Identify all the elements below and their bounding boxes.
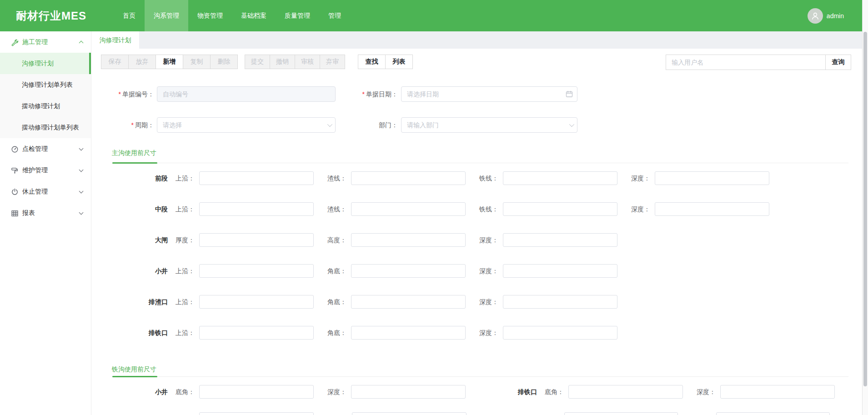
vertical-scrollbar[interactable]: [862, 0, 868, 415]
dim-input[interactable]: [503, 295, 617, 309]
scrollbar-thumb[interactable]: [863, 32, 867, 386]
dim-field-label: 深度：: [623, 171, 655, 185]
group-label: 排铁口: [482, 385, 537, 399]
dim-input[interactable]: [351, 171, 466, 185]
dim-field: 底角：: [537, 385, 683, 399]
dim-input[interactable]: [199, 171, 314, 185]
form-top-row-2: *周期：部门：: [111, 117, 862, 133]
sidebar-group-label: 施工管理: [22, 38, 80, 46]
sidebar-item-0-1[interactable]: 沟修理计划单列表: [0, 74, 91, 95]
dim-input[interactable]: [351, 385, 466, 399]
field-label: 部门：: [336, 117, 401, 133]
group-label: 中段: [113, 202, 168, 216]
user-menu[interactable]: admin: [808, 0, 844, 31]
sidebar-group-label: 休止管理: [22, 188, 80, 196]
dim-input[interactable]: [716, 412, 830, 415]
user-icon: [811, 11, 820, 20]
dim-field-label: 深度：: [472, 326, 503, 340]
field-label: *周期：: [111, 117, 157, 133]
nav-item-4[interactable]: 质量管理: [276, 0, 319, 31]
dim-field-label: 深度：: [472, 295, 503, 309]
dim-input[interactable]: [199, 264, 314, 278]
toolbar-group-2: 提交撤销审核弃审: [245, 55, 345, 70]
pair-row: 小井底角：深度：排铁口底角：深度：: [113, 385, 862, 399]
section-title: 主沟使用前尺寸: [112, 148, 156, 157]
submit-button: 提交: [245, 55, 270, 69]
sidebar-item-0-0[interactable]: 沟修理计划: [0, 53, 91, 74]
dim-input[interactable]: [199, 295, 314, 309]
dim-input[interactable]: [720, 385, 835, 399]
dim-input[interactable]: [199, 202, 314, 216]
chevron-down-icon: [327, 123, 331, 127]
sidebar-item-0-3[interactable]: 摆动修理计划单列表: [0, 117, 91, 138]
field-text: [157, 86, 336, 102]
dim-input[interactable]: [564, 412, 678, 415]
avatar[interactable]: [808, 8, 823, 24]
required-asterisk: *: [119, 90, 121, 98]
revoke-button: 撤销: [270, 55, 295, 69]
save-button: 保存: [101, 55, 129, 69]
dim-input[interactable]: [503, 233, 617, 247]
chevron-down-icon: [79, 210, 84, 215]
dim-input[interactable]: [199, 412, 314, 415]
dim-input[interactable]: [503, 171, 617, 185]
sidebar-group-2[interactable]: 维护管理: [0, 160, 91, 181]
dim-input[interactable]: [199, 233, 314, 247]
toolbar-search: 查询: [666, 55, 851, 70]
nav-item-1[interactable]: 沟系管理: [145, 0, 188, 31]
gauge-icon: [11, 145, 18, 153]
group-label: 大闸: [113, 233, 168, 247]
dim-input[interactable]: [655, 171, 769, 185]
toolbar-group-3: 查找列表: [358, 55, 413, 70]
form-area: *单据编号：*单据日期：*周期：部门：主沟使用前尺寸前段上沿：渣线：铁线：深度：…: [91, 86, 862, 415]
group-label: 排铁口: [113, 326, 168, 340]
dim-row-排铁口: 排铁口上沿：角底：深度：: [113, 326, 862, 340]
dim-input[interactable]: [351, 295, 466, 309]
dim-input[interactable]: [503, 264, 617, 278]
nav-item-5[interactable]: 管理: [319, 0, 350, 31]
dim-row-中段: 中段上沿：渣线：铁线：深度：: [113, 202, 862, 216]
dim-input[interactable]: [568, 385, 683, 399]
dim-field: 上沿：: [168, 264, 314, 278]
dim-input[interactable]: [351, 202, 466, 216]
toolbar-group-1: 保存放弃新增复制删除: [101, 55, 238, 70]
sidebar-group-1[interactable]: 点检管理: [0, 138, 91, 160]
dim-field-label: 渣线：: [320, 171, 351, 185]
sidebar-group-0[interactable]: 施工管理: [0, 31, 91, 53]
dim-field-label: 角底：: [320, 264, 351, 278]
tab-gou-repair-plan[interactable]: 沟修理计划: [91, 31, 139, 49]
nav-item-3[interactable]: 基础档案: [232, 0, 276, 31]
dim-input[interactable]: [503, 202, 617, 216]
dim-input[interactable]: [199, 326, 314, 340]
dim-input[interactable]: [503, 326, 617, 340]
unaudit-button: 弃审: [320, 55, 345, 69]
query-button[interactable]: 查询: [825, 55, 851, 70]
chevron-down-icon: [79, 167, 84, 172]
sidebar-group-4[interactable]: 报表: [0, 202, 91, 224]
field-date: [401, 86, 577, 102]
discard-button: 放弃: [128, 55, 156, 69]
date-input[interactable]: [401, 86, 577, 102]
list-button[interactable]: 列表: [385, 55, 413, 69]
dim-input[interactable]: [352, 412, 467, 415]
delete-button: 删除: [210, 55, 238, 69]
dim-field: 深度：: [472, 264, 617, 278]
sidebar-group-3[interactable]: 休止管理: [0, 181, 91, 202]
search-input[interactable]: [666, 55, 825, 70]
sidebar-item-0-2[interactable]: 摆动修理计划: [0, 95, 91, 117]
dim-input[interactable]: [351, 326, 466, 340]
dim-field-label: 高度：: [320, 233, 351, 247]
select-input[interactable]: [401, 117, 577, 133]
dim-input[interactable]: [655, 202, 769, 216]
find-button[interactable]: 查找: [358, 55, 386, 69]
dim-input[interactable]: [199, 385, 314, 399]
nav-item-0[interactable]: 首页: [114, 0, 145, 31]
dim-input[interactable]: [351, 233, 466, 247]
select-input[interactable]: [157, 117, 336, 133]
add-button[interactable]: 新增: [156, 55, 183, 69]
dim-field: 深度：: [472, 233, 617, 247]
nav-item-2[interactable]: 物资管理: [188, 0, 232, 31]
dim-field: 深度：: [623, 171, 769, 185]
dim-input[interactable]: [351, 264, 466, 278]
dim-field: 深度：: [472, 326, 617, 340]
